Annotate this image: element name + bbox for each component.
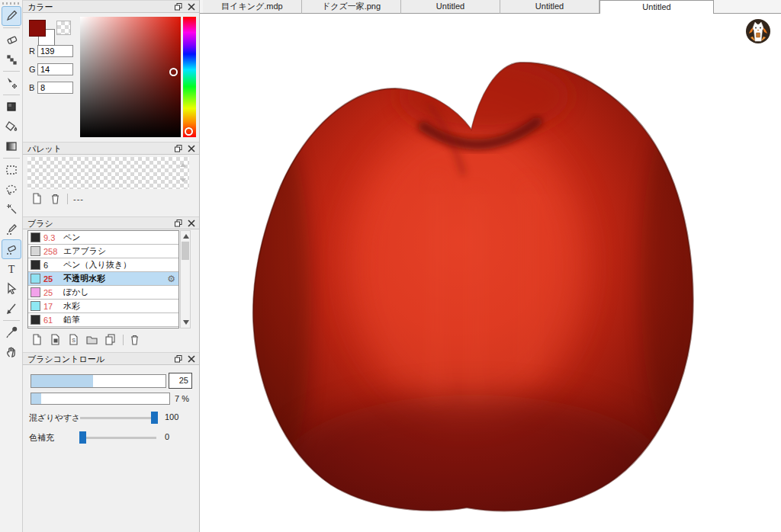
brush-name: ぼかし [63, 287, 178, 298]
brush-duplicate-button[interactable] [104, 333, 117, 346]
tool-select-pen[interactable] [2, 220, 21, 239]
palette-add-button[interactable] [31, 192, 43, 205]
toolbar-grip[interactable] [2, 2, 21, 5]
mascot-cat-icon [745, 18, 771, 44]
tool-select-lasso[interactable] [2, 180, 21, 200]
tool-hand[interactable] [2, 342, 21, 362]
palette-scroll-down-icon[interactable] [180, 178, 186, 182]
brush-name: 水彩 [63, 300, 178, 312]
scrollbar-thumb[interactable] [182, 242, 189, 260]
float-icon [175, 3, 182, 11]
sv-marker[interactable] [169, 68, 178, 76]
close-panel-button[interactable] [186, 143, 197, 153]
paint-app-window: T カラー R [0, 0, 781, 532]
new-page-icon [31, 192, 43, 205]
color-refill-slider[interactable] [80, 437, 156, 439]
brush-list-scrollbar[interactable] [180, 230, 191, 328]
brush-name: エアブラシ [63, 245, 178, 257]
brush-size: 6 [43, 261, 63, 270]
palette-empty-area[interactable] [27, 157, 189, 189]
tool-magic-wand[interactable] [2, 200, 21, 220]
tab-document-2[interactable]: ドクズ一家.png [302, 0, 401, 14]
float-panel-button[interactable] [173, 218, 184, 228]
mixing-slider-handle[interactable] [151, 412, 158, 424]
scroll-down-icon[interactable] [183, 320, 189, 325]
brush-swatch [31, 246, 40, 256]
tool-bucket[interactable] [2, 117, 21, 136]
mixing-slider[interactable] [80, 417, 156, 419]
brush-item-airbrush[interactable]: 258 エアブラシ [28, 245, 178, 258]
script-page-icon: S [67, 333, 80, 346]
hue-marker[interactable] [185, 127, 193, 136]
tool-curve-pen[interactable] [2, 299, 21, 319]
tool-dot-pen[interactable] [2, 50, 21, 69]
scroll-up-icon[interactable] [183, 234, 189, 239]
palette-delete-button[interactable] [49, 192, 62, 205]
brush-size-slider[interactable] [31, 374, 166, 388]
copy-pages-icon [104, 333, 117, 346]
tool-move[interactable] [2, 73, 21, 93]
tool-eyedropper[interactable] [2, 322, 21, 342]
tab-document-5-active[interactable]: Untitled [599, 0, 714, 14]
tab-document-3[interactable]: Untitled [401, 0, 500, 14]
foreground-color-swatch[interactable] [29, 20, 46, 37]
color-refill-value: 0 [165, 432, 169, 441]
tool-eraser[interactable] [2, 30, 21, 50]
close-icon [188, 145, 195, 152]
close-panel-button[interactable] [186, 2, 197, 11]
brush-name: 鉛筆 [63, 314, 178, 325]
transparent-color-swatch[interactable] [56, 21, 71, 35]
toolbar-divider [3, 320, 20, 321]
brush-add-bitmap-button[interactable] [49, 333, 62, 346]
float-panel-button[interactable] [173, 143, 184, 153]
image-page-icon [49, 333, 62, 346]
hue-bar[interactable] [183, 17, 196, 137]
brush-item-watercolor[interactable]: 17 水彩 [28, 300, 178, 313]
green-channel-label: G [29, 65, 37, 74]
tool-select-eraser[interactable] [2, 239, 21, 259]
red-channel-input[interactable] [37, 45, 73, 57]
brush-item-opaque-watercolor[interactable]: 25 不透明水彩 ⚙ [28, 272, 178, 286]
tool-pen[interactable] [2, 6, 21, 26]
brush-item-blur[interactable]: 25 ぼかし [28, 286, 178, 300]
tool-gradient[interactable] [2, 136, 21, 156]
brush-size-value[interactable]: 25 [169, 373, 192, 389]
close-panel-button[interactable] [186, 218, 197, 228]
brush-add-script-button[interactable]: S [67, 333, 80, 346]
tool-select-rectangle[interactable] [2, 160, 21, 180]
tabbar-filler [714, 0, 781, 14]
brush-opacity-slider[interactable] [31, 393, 170, 405]
brush-item-pencil[interactable]: 61 鉛筆 [28, 313, 178, 327]
brush-item-pen[interactable]: 9.3 ペン [28, 231, 178, 245]
tab-document-1[interactable]: 目イキング.mdp [203, 0, 302, 14]
tool-text[interactable]: T [2, 259, 21, 279]
blue-channel-label: B [29, 83, 37, 92]
brush-size: 17 [43, 302, 63, 311]
palette-scroll-up-icon[interactable] [180, 163, 186, 167]
close-panel-button[interactable] [186, 354, 197, 364]
red-channel-label: R [29, 46, 37, 56]
brush-folder-button[interactable] [85, 333, 98, 346]
float-panel-button[interactable] [173, 354, 184, 364]
green-channel-input[interactable] [37, 63, 73, 75]
svg-text:T: T [8, 264, 14, 275]
tool-sidebar: T [0, 0, 23, 532]
brush-settings-gear-icon[interactable]: ⚙ [167, 274, 175, 284]
brush-name: ペン [63, 232, 178, 243]
color-refill-slider-handle[interactable] [79, 431, 86, 444]
tool-fill-rect[interactable] [2, 97, 21, 117]
tab-document-4[interactable]: Untitled [500, 0, 599, 14]
saturation-value-square[interactable] [80, 17, 181, 137]
brush-swatch [31, 315, 40, 325]
color-refill-label: 色補充 [29, 432, 54, 444]
brush-delete-button[interactable] [128, 333, 141, 346]
tool-operation-cursor[interactable] [2, 279, 21, 299]
brush-add-button[interactable] [31, 333, 43, 346]
color-panel-header: カラー [23, 0, 199, 13]
brush-item-pen-taper[interactable]: 6 ペン（入り抜き） [28, 258, 178, 272]
brush-size: 25 [43, 288, 63, 297]
drawing-canvas[interactable] [200, 14, 781, 532]
toolbar-divider [3, 95, 20, 95]
blue-channel-input[interactable] [37, 82, 73, 94]
float-panel-button[interactable] [173, 2, 184, 11]
